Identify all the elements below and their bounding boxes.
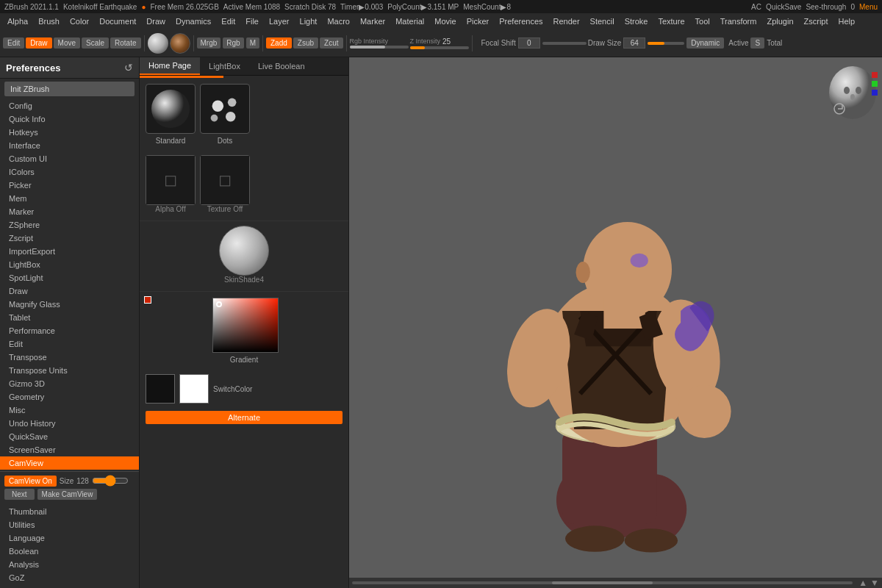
color-sphere-btn[interactable] xyxy=(170,33,190,54)
scale-button[interactable]: Scale xyxy=(82,37,109,49)
sidebar-item-zsphere[interactable]: ZSphere xyxy=(0,218,139,232)
sidebar-item-transposeunits[interactable]: Transpose Units xyxy=(0,364,139,377)
sidebar-item-decimationmaster[interactable]: Decimation Master xyxy=(0,584,139,588)
color-swatch-white[interactable] xyxy=(179,374,209,404)
zsub-button[interactable]: Zsub xyxy=(293,37,318,49)
focal-shift-input[interactable] xyxy=(518,37,540,49)
brush-thumbnail[interactable]: Standard xyxy=(146,84,196,145)
sidebar-item-picker[interactable]: Picker xyxy=(0,179,139,192)
sidebar-item-mem[interactable]: Mem xyxy=(0,192,139,205)
menu-tool[interactable]: Tool xyxy=(691,15,714,27)
z-intensity-slider[interactable] xyxy=(410,46,469,49)
material-thumbnail[interactable]: SkinShade4 xyxy=(146,226,343,284)
tab-lightbox[interactable]: LightBox xyxy=(200,57,249,75)
sidebar-item-undohistory[interactable]: Undo History xyxy=(0,417,139,430)
menu-label[interactable]: Menu xyxy=(859,3,878,11)
texture-thumbnail[interactable]: ◻ Texture Off xyxy=(200,155,250,216)
sidebar-item-gizmo3d[interactable]: Gizmo 3D xyxy=(0,377,139,390)
tab-liveboolean[interactable]: Live Boolean xyxy=(249,57,314,75)
menu-color[interactable]: Color xyxy=(65,15,93,27)
menu-zplugin[interactable]: Zplugin xyxy=(762,15,797,27)
color-gradient[interactable] xyxy=(212,298,279,353)
sidebar-item-quickinfo[interactable]: Quick Info xyxy=(0,112,139,126)
sidebar-item-boolean[interactable]: Boolean xyxy=(0,545,139,558)
menu-file[interactable]: File xyxy=(241,15,263,27)
rgb-button[interactable]: Rgb xyxy=(223,37,243,49)
viewport-scrollbar[interactable]: ▲ ▼ xyxy=(349,578,882,588)
material-sphere-btn[interactable] xyxy=(148,33,168,54)
sidebar-item-transpose[interactable]: Transpose xyxy=(0,351,139,364)
sidebar-item-analysis[interactable]: Analysis xyxy=(0,558,139,571)
sidebar-item-thumbnail[interactable]: Thumbnail xyxy=(0,505,139,518)
menu-render[interactable]: Render xyxy=(549,15,584,27)
sidebar-item-performance[interactable]: Performance xyxy=(0,324,139,337)
menu-movie[interactable]: Movie xyxy=(430,15,460,27)
menu-texture[interactable]: Texture xyxy=(653,15,689,27)
menu-marker[interactable]: Marker xyxy=(356,15,390,27)
menu-material[interactable]: Material xyxy=(391,15,429,27)
draw-size-slider[interactable] xyxy=(648,42,684,45)
camview-size-slider[interactable] xyxy=(92,475,129,487)
alpha-thumbnail[interactable]: ◻ Alpha Off xyxy=(146,155,196,216)
menu-alpha[interactable]: Alpha xyxy=(3,15,32,27)
sidebar-item-zscript[interactable]: Zscript xyxy=(0,232,139,245)
focal-shift-slider[interactable] xyxy=(542,42,587,45)
draw-size-input[interactable] xyxy=(623,37,645,49)
alternate-button[interactable]: Alternate xyxy=(146,411,343,424)
menu-draw[interactable]: Draw xyxy=(142,15,170,27)
sidebar-item-goz[interactable]: GoZ xyxy=(0,571,139,584)
camview-on-button[interactable]: CamView On xyxy=(4,476,57,487)
menu-stencil[interactable]: Stencil xyxy=(586,15,619,27)
menu-stroke[interactable]: Stroke xyxy=(620,15,653,27)
menu-brush[interactable]: Brush xyxy=(34,15,64,27)
scroll-down-icon[interactable]: ▼ xyxy=(870,578,879,588)
mrgb-button[interactable]: Mrgb xyxy=(197,37,221,49)
edit-button[interactable]: Edit xyxy=(3,37,24,49)
sidebar-item-tablet[interactable]: Tablet xyxy=(0,311,139,324)
sidebar-item-customui[interactable]: Custom UI xyxy=(0,152,139,165)
sidebar-item-marker[interactable]: Marker xyxy=(0,205,139,218)
dots-brush[interactable]: Dots xyxy=(200,84,250,145)
scrollbar-track[interactable] xyxy=(352,581,853,584)
viewport[interactable]: ▲ ▼ xyxy=(349,57,882,588)
menu-help[interactable]: Help xyxy=(834,15,860,27)
menu-picker[interactable]: Picker xyxy=(462,15,494,27)
rotate-button[interactable]: Rotate xyxy=(110,37,140,49)
sidebar-item-spotlight[interactable]: SpotLight xyxy=(0,271,139,284)
color-swatch-black[interactable] xyxy=(146,374,175,404)
draw-button[interactable]: Draw xyxy=(26,37,51,49)
s-button[interactable]: S xyxy=(750,37,764,49)
sidebar-item-interface[interactable]: Interface xyxy=(0,139,139,152)
scrollbar-thumb[interactable] xyxy=(552,581,652,584)
sidebar-item-language[interactable]: Language xyxy=(0,531,139,545)
menu-macro[interactable]: Macro xyxy=(323,15,354,27)
sidebar-item-lightbox[interactable]: LightBox xyxy=(0,258,139,271)
move-button[interactable]: Move xyxy=(54,37,80,49)
sidebar-item-geometry[interactable]: Geometry xyxy=(0,390,139,404)
sidebar-item-screensaver[interactable]: ScreenSaver xyxy=(0,443,139,456)
sidebar-item-hotkeys[interactable]: Hotkeys xyxy=(0,126,139,139)
m-button[interactable]: M xyxy=(246,37,259,49)
menu-transform[interactable]: Transform xyxy=(716,15,761,27)
see-through-label[interactable]: See-through xyxy=(806,3,846,11)
sidebar-item-camview[interactable]: CamView xyxy=(0,456,139,470)
menu-light[interactable]: Light xyxy=(295,15,322,27)
camview-next-button[interactable]: Next xyxy=(4,489,35,500)
sidebar-item-utilities[interactable]: Utilities xyxy=(0,518,139,531)
make-camview-button[interactable]: Make CamView xyxy=(37,489,98,500)
zcut-button[interactable]: Zcut xyxy=(320,37,343,49)
sidebar-item-misc[interactable]: Misc xyxy=(0,404,139,417)
quicksave-label[interactable]: QuickSave xyxy=(766,3,801,11)
menu-layer[interactable]: Layer xyxy=(265,15,294,27)
tab-homepage[interactable]: Home Page xyxy=(140,57,200,75)
menu-dynamics[interactable]: Dynamics xyxy=(171,15,215,27)
scroll-up-icon[interactable]: ▲ xyxy=(858,578,867,588)
menu-zscript[interactable]: Zscript xyxy=(800,15,833,27)
rgb-intensity-slider-track[interactable] xyxy=(350,46,409,49)
sidebar-item-magnifyglass[interactable]: Magnify Glass xyxy=(0,298,139,311)
init-zbrush-button[interactable]: Init ZBrush xyxy=(4,82,135,96)
sidebar-item-importexport[interactable]: ImportExport xyxy=(0,245,139,258)
sidebar-item-draw[interactable]: Draw xyxy=(0,284,139,298)
zadd-button[interactable]: Zadd xyxy=(266,37,292,49)
menu-document[interactable]: Document xyxy=(95,15,140,27)
